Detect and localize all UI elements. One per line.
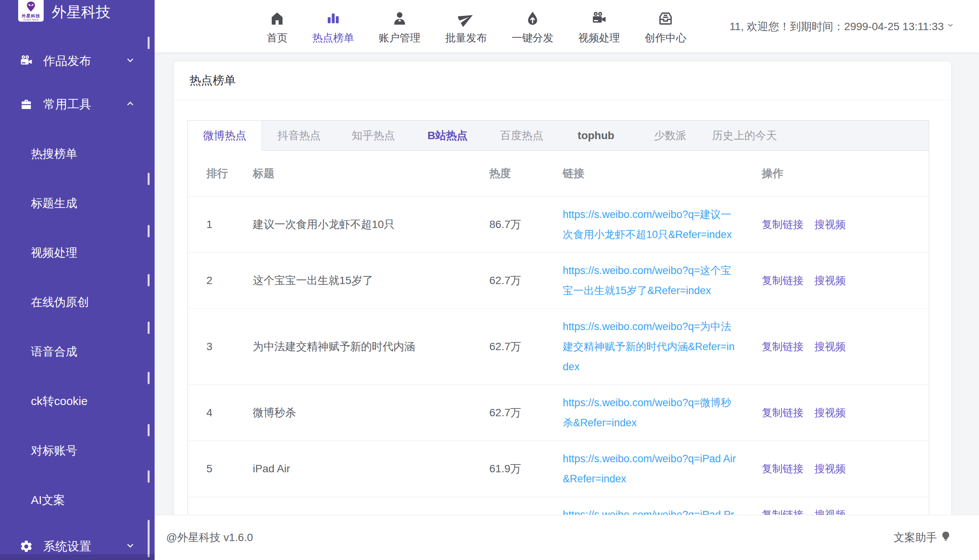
movie-camera-icon — [591, 10, 607, 28]
tab-tophub[interactable]: tophub — [559, 121, 633, 150]
sidebar-group-label: 常用工具 — [43, 96, 124, 112]
brand: 外星科技 ALIEN TECH 外星科技 — [0, 0, 155, 25]
hot-list-card: 热点榜单 微博热点抖音热点知乎热点B站热点百度热点tophub少数派历史上的今天… — [174, 61, 952, 560]
nav-item-label: 视频处理 — [578, 31, 620, 45]
cell-title: iPad Air — [253, 463, 489, 475]
sidebar-scrollbar-thumb[interactable] — [148, 274, 150, 286]
cell-actions: 复制链接搜视频 — [744, 340, 913, 354]
table-row: 2这个宝宝一出生就15岁了62.7万https://s.weibo.com/we… — [188, 252, 929, 308]
tab-百度热点[interactable]: 百度热点 — [485, 121, 559, 150]
tab-少数派[interactable]: 少数派 — [633, 121, 707, 150]
home-icon — [269, 10, 285, 28]
table-header: 排行标题热度链接操作 — [188, 151, 929, 196]
drop-upload-icon — [524, 10, 541, 28]
sidebar-item-语音合成[interactable]: 语音合成 — [0, 327, 155, 376]
cell-link: https://s.weibo.com/weibo?q=这个宝宝一出生就15岁了… — [563, 260, 744, 301]
copywriting-assistant[interactable]: 文案助手 — [894, 530, 952, 545]
sidebar-item-ck转cookie[interactable]: ck转cookie — [0, 376, 155, 426]
cell-title: 建议一次食用小龙虾不超10只 — [253, 217, 489, 232]
nav-item-label: 批量发布 — [445, 31, 487, 45]
sidebar-scrollbar-thumb[interactable] — [148, 225, 150, 237]
topnav: 首页热点榜单账户管理批量发布一键分发视频处理创作中心 — [267, 0, 686, 53]
column-header-链接: 链接 — [563, 166, 744, 181]
sidebar-item-视频处理[interactable]: 视频处理 — [0, 228, 155, 277]
cell-link: https://s.weibo.com/weibo?q=iPad Air&Ref… — [563, 449, 744, 489]
tab-微博热点[interactable]: 微博热点 — [188, 121, 262, 151]
topic-link[interactable]: https://s.weibo.com/weibo?q=这个宝宝一出生就15岁了… — [563, 265, 731, 296]
cell-title: 微博秒杀 — [253, 405, 489, 420]
search-video-action[interactable]: 搜视频 — [814, 341, 846, 352]
copy-link-action[interactable]: 复制链接 — [762, 275, 804, 286]
sidebar-item-热搜榜单[interactable]: 热搜榜单 — [0, 129, 155, 179]
search-video-action[interactable]: 搜视频 — [814, 219, 846, 230]
cell-rank: 3 — [206, 340, 253, 353]
sidebar-item-AI文案[interactable]: AI文案 — [0, 475, 155, 525]
tab-历史上的今天[interactable]: 历史上的今天 — [707, 121, 781, 150]
copy-link-action[interactable]: 复制链接 — [762, 463, 804, 475]
cell-heat: 61.9万 — [489, 461, 563, 476]
alien-icon — [25, 1, 37, 14]
sidebar-item-标题生成[interactable]: 标题生成 — [0, 179, 155, 228]
sidebar-group-label: 系统设置 — [43, 538, 124, 555]
nav-item-视频处理[interactable]: 视频处理 — [578, 8, 620, 45]
topic-link[interactable]: https://s.weibo.com/weibo?q=iPad Air&Ref… — [563, 453, 736, 485]
tabs-panel: 微博热点抖音热点知乎热点B站热点百度热点tophub少数派历史上的今天 排行标题… — [187, 120, 929, 560]
cell-actions: 复制链接搜视频 — [744, 218, 913, 231]
nav-item-账户管理[interactable]: 账户管理 — [379, 8, 421, 45]
tab-B站热点[interactable]: B站热点 — [410, 121, 485, 150]
tab-知乎热点[interactable]: 知乎热点 — [336, 121, 410, 150]
copy-link-action[interactable]: 复制链接 — [762, 219, 804, 230]
archive-box-icon — [657, 10, 674, 28]
sidebar-scrollbar-thumb[interactable] — [148, 37, 150, 49]
cell-heat: 62.7万 — [489, 339, 563, 354]
column-header-排行: 排行 — [206, 166, 253, 181]
nav-item-批量发布[interactable]: 批量发布 — [445, 8, 487, 45]
chevron-up-icon — [124, 98, 136, 111]
topic-link[interactable]: https://s.weibo.com/weibo?q=为中法建交精神赋予新的时… — [563, 321, 735, 373]
topic-link[interactable]: https://s.weibo.com/weibo?q=建议一次食用小龙虾不超1… — [563, 209, 732, 240]
chevron-down-icon — [124, 54, 136, 68]
sidebar-scrollbar-thumb[interactable] — [148, 470, 150, 483]
table-body: 1建议一次食用小龙虾不超10只86.7万https://s.weibo.com/… — [188, 196, 929, 533]
sidebar-group-作品发布[interactable]: 作品发布 — [0, 39, 155, 83]
brand-logo-caption: 外星科技 — [22, 14, 40, 18]
cell-link: https://s.weibo.com/weibo?q=建议一次食用小龙虾不超1… — [563, 204, 744, 245]
cell-actions: 复制链接搜视频 — [744, 274, 913, 288]
table-row: 3为中法建交精神赋予新的时代内涵62.7万https://s.weibo.com… — [188, 308, 929, 385]
nav-item-一键分发[interactable]: 一键分发 — [512, 8, 553, 45]
column-header-标题: 标题 — [253, 166, 489, 181]
copy-link-action[interactable]: 复制链接 — [762, 341, 804, 352]
sidebar-item-在线伪原创[interactable]: 在线伪原创 — [0, 277, 155, 327]
user-info-text: 11, 欢迎您！到期时间：2999-04-25 13:11:33 — [729, 19, 944, 34]
search-video-action[interactable]: 搜视频 — [814, 463, 846, 475]
chevron-down-icon — [124, 540, 136, 553]
sidebar-sub-list: 热搜榜单标题生成视频处理在线伪原创语音合成ck转cookie对标账号AI文案 — [0, 129, 155, 525]
user-menu[interactable]: 11, 欢迎您！到期时间：2999-04-25 13:11:33 — [729, 0, 955, 53]
sidebar-item-对标账号[interactable]: 对标账号 — [0, 426, 155, 475]
table-row: 4微博秒杀62.7万https://s.weibo.com/weibo?q=微博… — [188, 385, 929, 441]
copywriting-assistant-label: 文案助手 — [894, 530, 937, 545]
video-camera-icon — [19, 54, 33, 68]
copy-link-action[interactable]: 复制链接 — [762, 407, 804, 419]
search-video-action[interactable]: 搜视频 — [814, 275, 846, 286]
sidebar-group-label: 作品发布 — [43, 53, 124, 69]
brand-logo: 外星科技 ALIEN TECH — [18, 0, 44, 22]
topic-link[interactable]: https://s.weibo.com/weibo?q=微博秒杀&Refer=i… — [563, 397, 731, 429]
sidebar-scrollbar-thumb[interactable] — [148, 173, 150, 185]
nav-item-首页[interactable]: 首页 — [267, 8, 288, 45]
sidebar-group-常用工具[interactable]: 常用工具 — [0, 83, 155, 126]
nav-item-创作中心[interactable]: 创作中心 — [645, 8, 686, 45]
search-video-action[interactable]: 搜视频 — [814, 407, 846, 419]
sidebar-scrollbar-thumb[interactable] — [148, 424, 150, 436]
tab-strip: 微博热点抖音热点知乎热点B站热点百度热点tophub少数派历史上的今天 — [188, 121, 929, 151]
topbar: 首页热点榜单账户管理批量发布一键分发视频处理创作中心 11, 欢迎您！到期时间：… — [155, 0, 979, 53]
sidebar-scrollbar-thumb[interactable] — [148, 520, 150, 557]
brand-logo-subcaption: ALIEN TECH — [23, 18, 39, 21]
sidebar-scrollbar-thumb[interactable] — [148, 372, 150, 384]
footer: @外星科技 v1.6.0 文案助手 — [155, 515, 979, 560]
tab-抖音热点[interactable]: 抖音热点 — [262, 121, 336, 150]
nav-item-热点榜单[interactable]: 热点榜单 — [312, 8, 354, 45]
bar-chart-icon — [325, 10, 341, 28]
sidebar-scrollbar-thumb[interactable] — [148, 322, 150, 334]
table-row: 1建议一次食用小龙虾不超10只86.7万https://s.weibo.com/… — [188, 196, 929, 252]
